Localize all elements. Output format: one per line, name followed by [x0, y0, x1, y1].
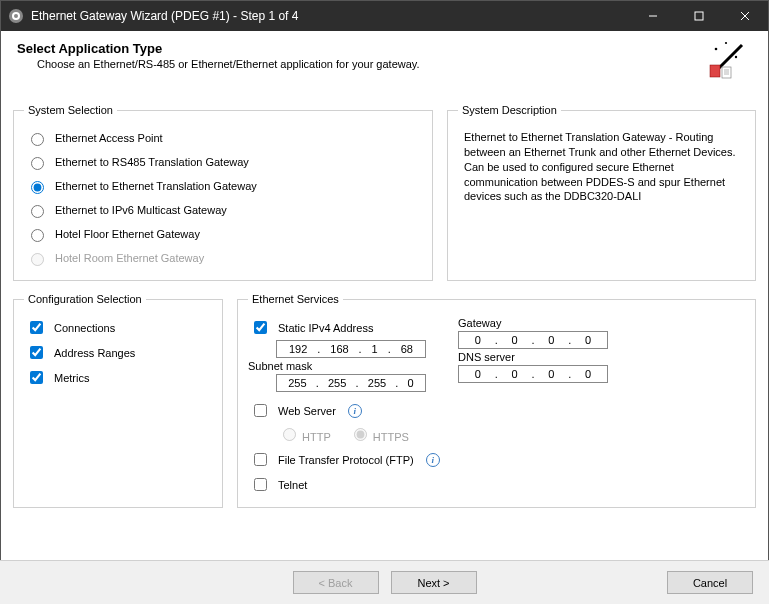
info-icon[interactable]: i — [348, 404, 362, 418]
radio-https: HTTPS — [349, 425, 409, 443]
wizard-icon — [708, 39, 748, 79]
dns-field[interactable]: 0.0.0.0 — [458, 365, 608, 383]
gateway-label: Gateway — [458, 317, 628, 329]
cancel-button[interactable]: Cancel — [667, 571, 753, 594]
checkbox-metrics[interactable]: Metrics — [24, 365, 212, 390]
checkbox-address-ranges[interactable]: Address Ranges — [24, 340, 212, 365]
radio-hotel-floor-gateway[interactable]: Hotel Floor Ethernet Gateway — [24, 222, 422, 246]
dns-label: DNS server — [458, 351, 628, 363]
radio-ipv6-gateway[interactable]: Ethernet to IPv6 Multicast Gateway — [24, 198, 422, 222]
checkbox-web-server[interactable]: Web Serveri — [248, 398, 745, 423]
checkbox-static-ipv4[interactable]: Static IPv4 Address — [248, 315, 438, 340]
svg-point-9 — [735, 56, 737, 58]
wizard-footer: < Back Next > Cancel — [0, 560, 769, 604]
next-button[interactable]: Next > — [391, 571, 477, 594]
minimize-button[interactable] — [630, 1, 676, 31]
checkbox-connections[interactable]: Connections — [24, 315, 212, 340]
page-title: Select Application Type — [17, 41, 420, 56]
ip-address-field[interactable]: 192.168.1.68 — [276, 340, 426, 358]
system-description-legend: System Description — [458, 104, 561, 116]
wizard-header: Select Application Type Choose an Ethern… — [1, 31, 768, 74]
checkbox-ftp[interactable]: File Transfer Protocol (FTP)i — [248, 447, 745, 472]
app-icon — [9, 9, 23, 23]
configuration-selection-legend: Configuration Selection — [24, 293, 146, 305]
svg-rect-11 — [722, 67, 731, 78]
system-selection-legend: System Selection — [24, 104, 117, 116]
window-title: Ethernet Gateway Wizard (PDEG #1) - Step… — [31, 9, 630, 23]
radio-rs485-gateway[interactable]: Ethernet to RS485 Translation Gateway — [24, 150, 422, 174]
svg-point-1 — [14, 14, 18, 18]
subnet-label: Subnet mask — [248, 360, 438, 372]
window-titlebar: Ethernet Gateway Wizard (PDEG #1) - Step… — [1, 1, 768, 31]
subnet-mask-field[interactable]: 255.255.255.0 — [276, 374, 426, 392]
info-icon[interactable]: i — [426, 453, 440, 467]
back-button: < Back — [293, 571, 379, 594]
svg-rect-3 — [695, 12, 703, 20]
radio-access-point[interactable]: Ethernet Access Point — [24, 126, 422, 150]
ethernet-services-legend: Ethernet Services — [248, 293, 343, 305]
svg-rect-10 — [710, 65, 720, 77]
system-description-group: System Description Ethernet to Ethernet … — [447, 104, 756, 281]
close-button[interactable] — [722, 1, 768, 31]
maximize-button[interactable] — [676, 1, 722, 31]
radio-http: HTTP — [278, 425, 331, 443]
system-selection-group: System Selection Ethernet Access Point E… — [13, 104, 433, 281]
gateway-field[interactable]: 0.0.0.0 — [458, 331, 608, 349]
svg-line-6 — [718, 45, 742, 69]
ethernet-services-group: Ethernet Services Static IPv4 Address 19… — [237, 293, 756, 508]
radio-eth-eth-gateway[interactable]: Ethernet to Ethernet Translation Gateway — [24, 174, 422, 198]
configuration-selection-group: Configuration Selection Connections Addr… — [13, 293, 223, 508]
page-subtitle: Choose an Ethernet/RS-485 or Ethernet/Et… — [37, 58, 420, 70]
svg-point-7 — [715, 48, 718, 51]
system-description-text: Ethernet to Ethernet Translation Gateway… — [458, 126, 745, 208]
svg-point-8 — [725, 42, 727, 44]
radio-hotel-room-gateway: Hotel Room Ethernet Gateway — [24, 246, 422, 270]
checkbox-telnet[interactable]: Telnet — [248, 472, 745, 497]
